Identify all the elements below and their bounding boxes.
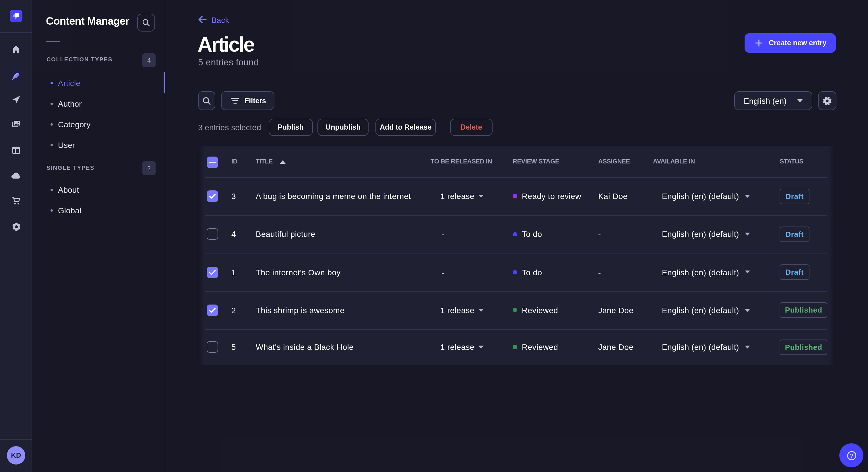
svg-text:?: ?	[849, 452, 853, 459]
